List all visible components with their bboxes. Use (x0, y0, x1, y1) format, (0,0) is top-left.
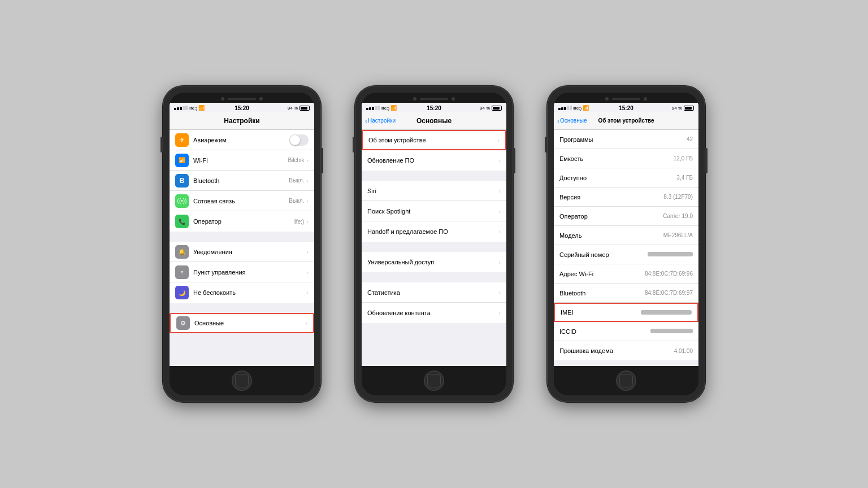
item-cellular[interactable]: ((•)) Сотовая связь Выкл. › (170, 191, 314, 211)
dnd-label: Не беспокоить (193, 289, 306, 296)
nav-bar-2: ‹ Настройки Основные (362, 112, 506, 130)
item-control-center[interactable]: ≡ Пункт управления › (170, 262, 314, 282)
item-operator[interactable]: 📞 Оператор life:) › (170, 211, 314, 232)
home-button-2[interactable] (424, 371, 444, 391)
info-available: Доступно 3,4 ГБ (554, 168, 698, 188)
bg-refresh-label: Обновление контента (367, 310, 498, 316)
home-button-inner-3 (619, 374, 633, 387)
item-stats[interactable]: Статистика › (362, 282, 506, 303)
item-general[interactable]: ⚙ Основные › (170, 313, 314, 333)
programs-value: 42 (687, 136, 693, 142)
stats-chevron: › (498, 289, 501, 296)
stats-label: Статистика (367, 289, 498, 296)
signal-d2 (177, 107, 179, 110)
cellular-value: Выкл. (289, 198, 304, 204)
sensor-dot-1 (259, 97, 263, 101)
camera-area-2 (362, 93, 506, 103)
home-area-3 (554, 366, 698, 395)
iccid-label: ICCID (559, 328, 576, 335)
serial-value (648, 251, 693, 258)
settings-group-1a: ✈ Авиарежим 📶 Wi-Fi Bilchik › (170, 130, 314, 232)
settings-group-1b: 🔔 Уведомления › ≡ Пункт управления › 🌙 Н… (170, 242, 314, 303)
camera-dot-1 (221, 97, 224, 101)
nav-back-3[interactable]: ‹ Основные (557, 117, 587, 125)
item-wifi[interactable]: 📶 Wi-Fi Bilchik › (170, 150, 314, 171)
sensor-dot-2 (452, 97, 455, 101)
battery-2 (492, 106, 502, 111)
battery-icon-1 (300, 106, 310, 111)
item-siri[interactable]: Siri › (362, 181, 506, 201)
item-bluetooth[interactable]: B Bluetooth Выкл. › (170, 171, 314, 191)
home-button-3[interactable] (616, 371, 636, 391)
speaker-bar-2 (420, 98, 448, 100)
version-value: 8.3 (12F70) (663, 194, 693, 200)
status-left-3: life:) 📶 (558, 105, 589, 111)
general-chevron: › (305, 320, 307, 326)
home-area-1 (170, 366, 314, 395)
status-left-2: life:) 📶 (366, 105, 397, 111)
item-bg-refresh[interactable]: Обновление контента › (362, 303, 506, 323)
signal-dots-2 (366, 106, 380, 110)
phone-2-inner: life:) 📶 15:20 94 % ‹ Настро (362, 93, 506, 395)
status-right-3: 94 % (672, 106, 694, 111)
carrier-info-label: Оператор (559, 213, 588, 220)
content-1: ✈ Авиарежим 📶 Wi-Fi Bilchik › (170, 130, 314, 366)
info-programs: Программы 42 (554, 130, 698, 149)
control-center-icon: ≡ (175, 265, 189, 279)
battery-fill-3 (685, 107, 692, 110)
sd3-3 (564, 107, 566, 110)
general-icon: ⚙ (176, 316, 190, 330)
wifi-value: Bilchik (288, 157, 304, 163)
home-button-1[interactable] (232, 371, 252, 391)
modem-label: Прошивка модема (559, 347, 613, 354)
carrier-info-value: Carrier 19.0 (663, 213, 693, 219)
screen-1: life:) 📶 15:20 94 % Настройки (170, 103, 314, 366)
imei-blurred (641, 310, 692, 315)
camera-dot-3 (605, 97, 609, 101)
time-1: 15:20 (235, 105, 249, 111)
notifications-label: Уведомления (193, 249, 306, 255)
nav-back-2[interactable]: ‹ Настройки (365, 117, 396, 125)
handoff-chevron: › (498, 228, 501, 235)
item-notifications[interactable]: 🔔 Уведомления › (170, 242, 314, 262)
iccid-value (650, 328, 693, 334)
capacity-label: Емкость (559, 155, 583, 162)
sep-1 (170, 232, 314, 242)
item-airplane[interactable]: ✈ Авиарежим (170, 130, 314, 150)
info-model: Модель ME296LL/A (554, 226, 698, 245)
settings-group-2c: Универсальный доступ › (362, 252, 506, 272)
cellular-label: Сотовая связь (193, 198, 289, 204)
wifi-addr-value: 84:8E:0C:7D:69:96 (645, 271, 693, 277)
carrier-1: life:) (189, 106, 197, 111)
item-spotlight[interactable]: Поиск Spotlight › (362, 201, 506, 221)
notifications-icon: 🔔 (175, 245, 189, 259)
sd1 (366, 108, 368, 110)
handoff-label: Handoff и предлагаемое ПО (367, 228, 498, 235)
control-center-label: Пункт управления (193, 269, 306, 276)
operator-icon: 📞 (175, 215, 189, 228)
airplane-toggle[interactable] (289, 134, 309, 146)
info-capacity: Емкость 12,0 ГБ (554, 149, 698, 168)
info-serial: Серийный номер (554, 245, 698, 264)
status-bar-2: life:) 📶 15:20 94 % (362, 103, 506, 112)
item-handoff[interactable]: Handoff и предлагаемое ПО › (362, 221, 506, 242)
control-center-chevron: › (306, 269, 309, 276)
battery-pct-1: 94 % (288, 106, 298, 111)
sep-2 (170, 303, 314, 313)
operator-chevron: › (306, 218, 309, 225)
status-right-2: 94 % (480, 106, 502, 111)
cellular-icon: ((•)) (175, 194, 189, 208)
wifi-chevron: › (306, 157, 309, 164)
content-3: Программы 42 Емкость 12,0 ГБ Доступно 3,… (554, 130, 698, 366)
about-label: Об этом устройстве (368, 137, 497, 143)
nav-title-1: Настройки (224, 117, 259, 125)
iccid-blurred (650, 329, 693, 333)
dnd-chevron: › (306, 289, 309, 296)
item-update[interactable]: Обновление ПО › (362, 150, 506, 171)
item-accessibility[interactable]: Универсальный доступ › (362, 252, 506, 272)
item-dnd[interactable]: 🌙 Не беспокоить › (170, 282, 314, 303)
item-about[interactable]: Об этом устройстве › (362, 130, 506, 150)
about-chevron: › (497, 137, 500, 143)
info-wifi-addr: Адрес Wi-Fi 84:8E:0C:7D:69:96 (554, 264, 698, 284)
info-iccid: ICCID (554, 322, 698, 341)
